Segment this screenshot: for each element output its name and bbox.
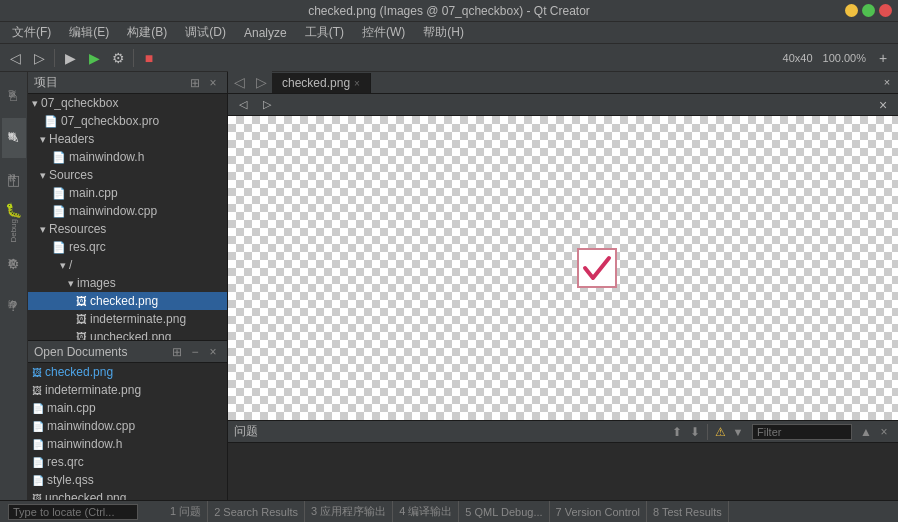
image-icon: 🖼 xyxy=(76,295,87,307)
doc-label: mainwindow.h xyxy=(47,437,122,451)
menu-build[interactable]: 构建(B) xyxy=(119,22,175,43)
status-wenti[interactable]: 1 问题 xyxy=(164,501,208,522)
menu-analyze[interactable]: Analyze xyxy=(236,24,295,42)
sidebar-item-edit[interactable]: ✎ 编辑 xyxy=(2,118,26,158)
open-docs-close-btn[interactable]: × xyxy=(205,344,221,360)
open-docs-minus-btn[interactable]: − xyxy=(187,344,203,360)
doc-file-icon: 📄 xyxy=(32,439,44,450)
menu-tools[interactable]: 工具(T) xyxy=(297,22,352,43)
toolbar-run[interactable]: ▶ xyxy=(83,47,105,69)
main-toolbar: ◁ ▷ ▶ ▶ ⚙ ■ 40x40 100.00% + xyxy=(0,44,898,72)
status-qml-debug-label: 5 QML Debug... xyxy=(465,506,542,518)
bottom-up-btn[interactable]: ⬆ xyxy=(669,424,685,440)
doc-file-icon: 📄 xyxy=(32,475,44,486)
doc-item-res-qrc[interactable]: 📄 res.qrc xyxy=(28,453,227,471)
doc-item-mainwindow-cpp[interactable]: 📄 mainwindow.cpp xyxy=(28,417,227,435)
sidebar-item-welcome[interactable]: ⌂ 欢迎 xyxy=(2,76,26,116)
project-tree: ▾ 07_qcheckbox 📄 07_qcheckbox.pro ▾ Head… xyxy=(28,94,227,340)
open-documents-panel: Open Documents ⊞ − × 🖼 checked.png 🖼 ind… xyxy=(28,340,227,500)
tree-item-images[interactable]: ▾ images xyxy=(28,274,227,292)
status-search-results[interactable]: 2 Search Results xyxy=(208,501,305,522)
sidebar-item-design[interactable]: ◫ 设计 xyxy=(2,160,26,200)
menu-bar: 文件(F) 编辑(E) 构建(B) 调试(D) Analyze 工具(T) 控件… xyxy=(0,22,898,44)
tab-close-all[interactable]: × xyxy=(876,71,898,93)
tab-nav-left[interactable]: ◁ xyxy=(228,71,250,93)
project-tree-header: 项目 ⊞ × xyxy=(28,72,227,94)
status-search-area xyxy=(4,504,164,520)
project-filter-btn[interactable]: ⊞ xyxy=(187,75,203,91)
doc-item-unchecked-png[interactable]: 🖼 unchecked.png xyxy=(28,489,227,500)
menu-help[interactable]: 帮助(H) xyxy=(415,22,472,43)
status-compile-output[interactable]: 4 编译输出 xyxy=(393,501,459,522)
bottom-close-btn[interactable]: × xyxy=(876,424,892,440)
doc-label: unchecked.png xyxy=(45,491,126,500)
bottom-filter-btn[interactable]: ▼ xyxy=(730,424,746,440)
editor-close[interactable]: × xyxy=(872,94,894,116)
toolbar-zoom-in[interactable]: + xyxy=(872,47,894,69)
tree-item-resources[interactable]: ▾ Resources xyxy=(28,220,227,238)
close-button[interactable] xyxy=(879,4,892,17)
status-qml-debug[interactable]: 5 QML Debug... xyxy=(459,501,549,522)
doc-file-icon: 📄 xyxy=(32,421,44,432)
filter-input-wrapper xyxy=(752,424,852,440)
folder-icon: ▾ xyxy=(60,259,66,272)
status-version-control-label: 7 Version Control xyxy=(556,506,640,518)
folder-icon: ▾ xyxy=(40,169,46,182)
doc-item-checked-png[interactable]: 🖼 checked.png xyxy=(28,363,227,381)
maximize-button[interactable] xyxy=(862,4,875,17)
sidebar-item-debug[interactable]: 🐛 Debug xyxy=(2,202,26,242)
minimize-button[interactable] xyxy=(845,4,858,17)
status-version-control[interactable]: 7 Version Control xyxy=(550,501,647,522)
tab-close-icon[interactable]: × xyxy=(354,78,360,89)
sidebar-item-project[interactable]: ⚙ 项目 xyxy=(2,244,26,284)
bottom-panel: 问题 ⬆ ⬇ ⚠ ▼ ▲ × xyxy=(228,420,898,500)
bottom-warning-btn[interactable]: ⚠ xyxy=(712,424,728,440)
tree-item-pro[interactable]: 📄 07_qcheckbox.pro xyxy=(28,112,227,130)
tab-checked-png[interactable]: checked.png × xyxy=(272,73,371,93)
status-test-results[interactable]: 8 Test Results xyxy=(647,501,729,522)
bottom-filter-input[interactable] xyxy=(752,424,852,440)
doc-item-main-cpp[interactable]: 📄 main.cpp xyxy=(28,399,227,417)
open-docs-label: Open Documents xyxy=(34,345,127,359)
open-docs-filter-btn[interactable]: ⊞ xyxy=(169,344,185,360)
toolbar-forward[interactable]: ▷ xyxy=(28,47,50,69)
bottom-expand-btn[interactable]: ▲ xyxy=(858,424,874,440)
tree-item-mainwindow-cpp[interactable]: 📄 mainwindow.cpp xyxy=(28,202,227,220)
file-icon: 📄 xyxy=(52,187,66,200)
status-app-output[interactable]: 3 应用程序输出 xyxy=(305,501,393,522)
bottom-toolbar-right: ⬆ ⬇ ⚠ ▼ ▲ × xyxy=(669,424,892,440)
tree-item-mainwindow-h[interactable]: 📄 mainwindow.h xyxy=(28,148,227,166)
tree-item-indeterminate-png[interactable]: 🖼 indeterminate.png xyxy=(28,310,227,328)
tab-nav-right[interactable]: ▷ xyxy=(250,71,272,93)
toolbar-debug-run[interactable]: ⚙ xyxy=(107,47,129,69)
welcome-icon: ⌂ xyxy=(9,88,17,104)
tree-item-res-qrc[interactable]: 📄 res.qrc xyxy=(28,238,227,256)
menu-file[interactable]: 文件(F) xyxy=(4,22,59,43)
doc-item-mainwindow-h[interactable]: 📄 mainwindow.h xyxy=(28,435,227,453)
tree-item-headers[interactable]: ▾ Headers xyxy=(28,130,227,148)
tree-item-checked-png[interactable]: 🖼 checked.png xyxy=(28,292,227,310)
tree-item-main-cpp[interactable]: 📄 main.cpp xyxy=(28,184,227,202)
bottom-down-btn[interactable]: ⬇ xyxy=(687,424,703,440)
toolbar-stop[interactable]: ■ xyxy=(138,47,160,69)
editor-nav-back[interactable]: ◁ xyxy=(232,94,254,116)
tree-item-unchecked-png[interactable]: 🖼 unchecked.png xyxy=(28,328,227,340)
folder-icon: ▾ xyxy=(68,277,74,290)
doc-item-style-qss[interactable]: 📄 style.qss xyxy=(28,471,227,489)
toolbar-build[interactable]: ▶ xyxy=(59,47,81,69)
window-title: checked.png (Images @ 07_qcheckbox) - Qt… xyxy=(308,4,590,18)
tree-item-sources[interactable]: ▾ Sources xyxy=(28,166,227,184)
project-close-btn[interactable]: × xyxy=(205,75,221,91)
menu-debug[interactable]: 调试(D) xyxy=(177,22,234,43)
doc-file-icon: 📄 xyxy=(32,403,44,414)
menu-controls[interactable]: 控件(W) xyxy=(354,22,413,43)
locate-input[interactable] xyxy=(8,504,138,520)
tree-item-07_qcheckbox[interactable]: ▾ 07_qcheckbox xyxy=(28,94,227,112)
toolbar-back[interactable]: ◁ xyxy=(4,47,26,69)
tree-item-slash[interactable]: ▾ / xyxy=(28,256,227,274)
editor-nav-forward[interactable]: ▷ xyxy=(256,94,278,116)
doc-item-indeterminate-png[interactable]: 🖼 indeterminate.png xyxy=(28,381,227,399)
sidebar-item-help[interactable]: ? 帮助 xyxy=(2,286,26,326)
menu-edit[interactable]: 编辑(E) xyxy=(61,22,117,43)
bottom-panel-label: 问题 xyxy=(234,423,258,440)
